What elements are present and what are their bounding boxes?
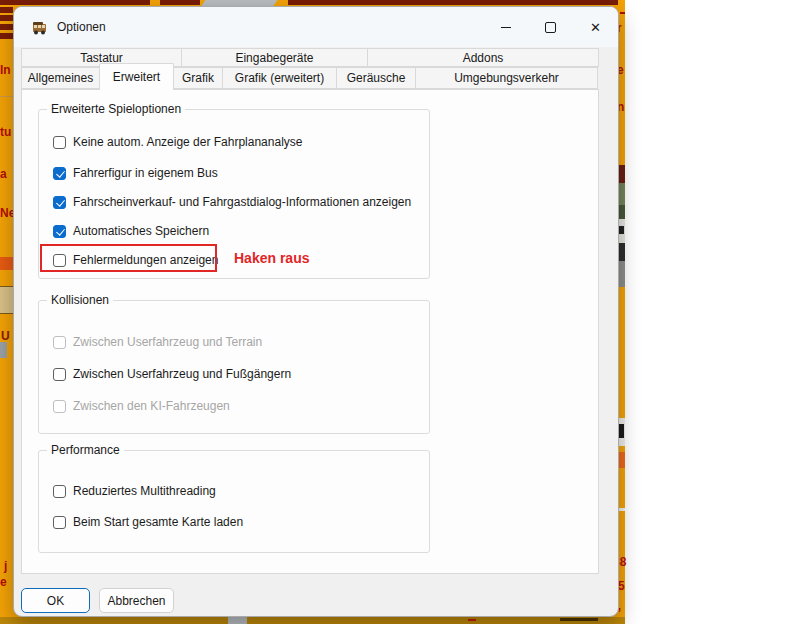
group-title: Performance xyxy=(47,443,124,457)
tab-geraeusche[interactable]: Geräusche xyxy=(336,67,416,89)
checkbox-kollision-fussgaenger[interactable]: Zwischen Userfahrzeug und Fußgängern xyxy=(53,367,429,381)
bg-text-fragment: j xyxy=(4,560,7,572)
tab-label: Grafik xyxy=(182,71,214,85)
bg-left-block xyxy=(0,24,13,30)
options-dialog: Optionen ✕ Tastatur Eingabegeräte Addons… xyxy=(13,6,619,617)
bg-left-block xyxy=(0,33,13,39)
group-kollisionen: Kollisionen Zwischen Userfahrzeug und Te… xyxy=(38,300,430,434)
maximize-icon xyxy=(545,22,556,33)
bg-top-bar xyxy=(160,0,200,5)
checkbox-box xyxy=(53,167,66,180)
tab-row-2: Allgemeines Erweitert Grafik Grafik (erw… xyxy=(21,67,599,89)
group-performance: Performance Reduziertes Multithreading B… xyxy=(38,450,430,553)
checkbox-label: Fahrerfigur in eigenem Bus xyxy=(73,166,218,180)
tab-label: Grafik (erweitert) xyxy=(235,71,324,85)
bg-text-fragment: a xyxy=(0,168,7,180)
checkbox-box xyxy=(53,136,66,149)
close-icon: ✕ xyxy=(590,21,601,34)
checkbox-label: Zwischen Userfahrzeug und Terrain xyxy=(73,335,262,349)
tab-label: Erweitert xyxy=(113,70,160,84)
maximize-button[interactable] xyxy=(528,7,573,47)
tab-eingabegeraete[interactable]: Eingabegeräte xyxy=(181,48,368,67)
checkbox-box xyxy=(53,516,66,529)
checkbox-label: Automatisches Speichern xyxy=(73,224,209,238)
checkbox-box xyxy=(53,225,66,238)
bg-top-bar xyxy=(0,0,150,5)
checkbox-box xyxy=(53,254,66,267)
dialog-title: Optionen xyxy=(57,20,106,34)
ok-button[interactable]: OK xyxy=(21,588,90,613)
bg-text-fragment: 5 xyxy=(618,580,625,592)
close-button[interactable]: ✕ xyxy=(573,7,618,47)
checkbox-reduziertes-multithreading[interactable]: Reduziertes Multithreading xyxy=(53,484,429,498)
bg-gray-block xyxy=(0,342,7,358)
checkbox-automatisches-speichern[interactable]: Automatisches Speichern xyxy=(53,224,429,238)
bg-text-fragment: e xyxy=(0,576,7,588)
annotation-text: Haken raus xyxy=(234,250,309,266)
bg-strip-gray xyxy=(228,617,247,624)
bg-text-fragment: In xyxy=(0,64,11,76)
bg-accent-block xyxy=(0,257,13,270)
bg-top-bar xyxy=(288,0,618,5)
dialog-button-bar: OK Abbrechen xyxy=(21,588,174,613)
checkbox-box xyxy=(53,368,66,381)
tab-label: Allgemeines xyxy=(28,71,93,85)
minimize-icon xyxy=(501,27,511,28)
checkbox-box xyxy=(53,400,66,413)
checkbox-fahrscheinverkauf[interactable]: Fahrscheinverkauf- und Fahrgastdialog-In… xyxy=(53,195,429,209)
bg-strip-mark xyxy=(468,619,476,621)
bg-bottom-strip xyxy=(0,617,625,624)
checkbox-label: Zwischen Userfahrzeug und Fußgängern xyxy=(73,367,291,381)
checkbox-box xyxy=(53,196,66,209)
checkbox-label: Fahrscheinverkauf- und Fahrgastdialog-In… xyxy=(73,195,411,209)
checkbox-kollision-ki: Zwischen den KI-Fahrzeugen xyxy=(53,399,429,413)
bg-accent-block xyxy=(618,452,625,468)
cancel-button[interactable]: Abbrechen xyxy=(99,588,174,613)
checkbox-label: Keine autom. Anzeige der Fahrplananalyse xyxy=(73,135,302,149)
tab-label: Umgebungsverkehr xyxy=(454,71,559,85)
bg-left-block xyxy=(0,7,13,13)
checkbox-label: Fehlermeldungen anzeigen xyxy=(73,253,218,267)
checkbox-keine-autom-anzeige[interactable]: Keine autom. Anzeige der Fahrplananalyse xyxy=(53,135,429,149)
checkbox-box xyxy=(53,485,66,498)
bg-strip-mark xyxy=(560,618,598,621)
checkbox-fahrerfigur[interactable]: Fahrerfigur in eigenem Bus xyxy=(53,166,429,180)
tab-addons[interactable]: Addons xyxy=(367,48,599,67)
checkbox-label: Beim Start gesamte Karte laden xyxy=(73,515,243,529)
tab-label: Addons xyxy=(463,51,504,65)
bg-rule xyxy=(0,96,13,97)
group-title: Kollisionen xyxy=(47,293,113,307)
tab-erweitert[interactable]: Erweitert xyxy=(99,63,174,90)
bg-left-block xyxy=(0,15,13,21)
tab-label: Geräusche xyxy=(347,71,406,85)
checkbox-label: Zwischen den KI-Fahrzeugen xyxy=(73,399,230,413)
checkbox-label: Reduziertes Multithreading xyxy=(73,484,216,498)
tab-grafik[interactable]: Grafik xyxy=(173,67,223,89)
bg-tick xyxy=(620,12,625,14)
bg-beige-box xyxy=(0,286,14,314)
app-icon xyxy=(31,19,48,36)
minimize-button[interactable] xyxy=(483,7,528,47)
group-title: Erweiterte Spieloptionen xyxy=(47,102,185,116)
titlebar[interactable]: Optionen ✕ xyxy=(14,7,618,47)
screenshot-stage: In tu a Ne U j e r e n 38 5 1, xyxy=(0,0,800,624)
tab-umgebungsverkehr[interactable]: Umgebungsverkehr xyxy=(415,67,598,89)
checkbox-kollision-terrain: Zwischen Userfahrzeug und Terrain xyxy=(53,335,429,349)
checkbox-box xyxy=(53,336,66,349)
bg-text-fragment: tu xyxy=(0,126,11,138)
checkbox-karte-laden[interactable]: Beim Start gesamte Karte laden xyxy=(53,515,429,529)
tab-grafik-erweitert[interactable]: Grafik (erweitert) xyxy=(222,67,337,89)
tab-allgemeines[interactable]: Allgemeines xyxy=(21,67,100,89)
bg-text-fragment: U xyxy=(1,330,10,342)
tab-label: Eingabegeräte xyxy=(235,51,313,65)
window-controls: ✕ xyxy=(483,7,618,47)
tab-page-erweitert: Erweiterte Spieloptionen Keine autom. An… xyxy=(21,89,599,574)
